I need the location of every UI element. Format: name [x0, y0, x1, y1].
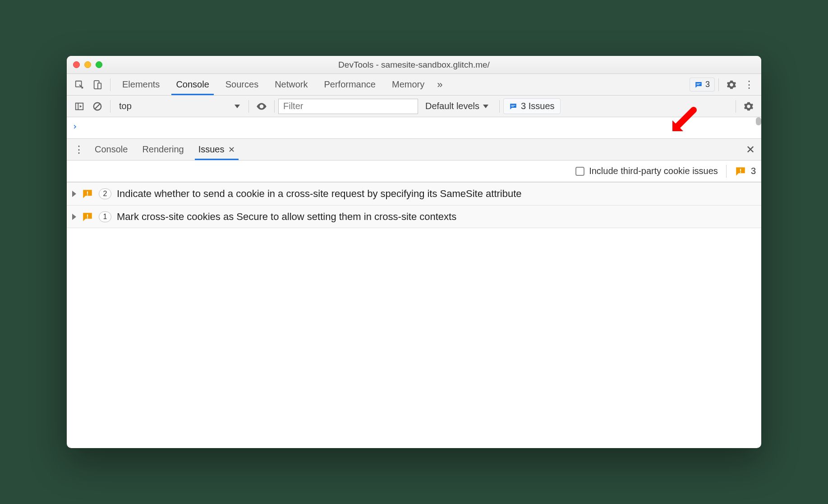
console-prompt-icon: ›: [72, 121, 78, 132]
svg-rect-11: [511, 106, 514, 106]
console-sidebar-toggle-icon[interactable]: [71, 98, 87, 115]
more-tabs-icon[interactable]: »: [432, 74, 447, 95]
svg-rect-10: [511, 105, 515, 105]
tab-network-label: Network: [275, 79, 308, 90]
tab-memory-label: Memory: [392, 79, 424, 90]
tab-memory[interactable]: Memory: [384, 74, 432, 95]
drawer-tab-console[interactable]: Console: [87, 139, 135, 160]
issues-icon: [509, 102, 517, 110]
tab-console[interactable]: Console: [168, 74, 217, 95]
live-expression-icon[interactable]: [253, 98, 270, 115]
issues-chip-label: 3 Issues: [521, 101, 554, 111]
tab-sources[interactable]: Sources: [217, 74, 267, 95]
tab-elements-label: Elements: [122, 79, 160, 90]
svg-rect-2: [98, 83, 101, 89]
svg-rect-12: [740, 169, 741, 171]
svg-rect-3: [696, 83, 700, 84]
warning-icon: [82, 211, 93, 223]
separator: [110, 100, 110, 113]
issue-count-badge: 1: [99, 211, 111, 222]
tab-performance-label: Performance: [324, 79, 376, 90]
issue-badge-count: 3: [705, 80, 710, 89]
level-label: Default levels: [425, 101, 479, 111]
tabbar-right: 3 ⋮: [690, 77, 758, 93]
issue-row[interactable]: 2 Indicate whether to send a cookie in a…: [67, 182, 761, 206]
separator: [110, 78, 110, 91]
inspect-element-icon[interactable]: [71, 77, 87, 93]
svg-marker-7: [80, 105, 82, 108]
issues-icon: [695, 81, 703, 89]
warning-icon: [735, 165, 746, 177]
separator: [499, 100, 500, 113]
issue-title: Mark cross-site cookies as Secure to all…: [117, 210, 756, 224]
close-icon[interactable]: ✕: [228, 145, 235, 155]
svg-rect-4: [696, 84, 699, 85]
main-tabbar: Elements Console Sources Network Perform…: [67, 74, 761, 96]
tab-elements[interactable]: Elements: [114, 74, 168, 95]
svg-line-9: [95, 104, 100, 109]
close-drawer-icon[interactable]: ✕: [743, 143, 758, 156]
device-toolbar-icon[interactable]: [89, 77, 106, 93]
expand-triangle-icon[interactable]: [72, 191, 76, 197]
console-settings-gear-icon[interactable]: [741, 98, 757, 115]
drawer-tab-console-label: Console: [95, 144, 128, 155]
issues-toolbar: Include third-party cookie issues 3: [67, 160, 761, 182]
include-thirdparty-checkbox[interactable]: [575, 167, 584, 176]
drawer-tabbar: ⋮ Console Rendering Issues ✕ ✕: [67, 139, 761, 160]
drawer-tab-issues[interactable]: Issues ✕: [191, 139, 242, 160]
issues-chip[interactable]: 3 Issues: [503, 98, 560, 114]
issue-title: Indicate whether to send a cookie in a c…: [117, 187, 756, 201]
drawer-tab-issues-label: Issues: [198, 144, 225, 155]
kebab-menu-icon[interactable]: ⋮: [741, 79, 758, 91]
tab-performance[interactable]: Performance: [316, 74, 384, 95]
issues-pill-top[interactable]: 3: [690, 78, 715, 92]
separator: [736, 100, 736, 113]
svg-rect-16: [87, 214, 88, 216]
console-body[interactable]: ›: [67, 117, 761, 139]
svg-rect-17: [87, 217, 88, 218]
chevron-down-icon: [235, 105, 240, 108]
main-tabs: Elements Console Sources Network Perform…: [114, 74, 447, 95]
context-label: top: [119, 101, 132, 111]
drawer-right: ✕: [743, 143, 758, 156]
separator: [718, 78, 719, 91]
scrollbar-thumb[interactable]: [756, 117, 761, 125]
svg-rect-5: [76, 103, 83, 110]
svg-rect-15: [87, 194, 88, 195]
tab-sources-label: Sources: [225, 79, 258, 90]
issue-row[interactable]: 1 Mark cross-site cookies as Secure to a…: [67, 206, 761, 229]
separator: [726, 165, 727, 178]
tab-network[interactable]: Network: [267, 74, 316, 95]
clear-console-icon[interactable]: [89, 98, 106, 115]
subbar-right: [732, 98, 758, 115]
issue-count-badge: 2: [99, 188, 111, 199]
tab-console-label: Console: [176, 79, 209, 90]
warning-icon: [82, 188, 93, 200]
settings-gear-icon[interactable]: [723, 77, 740, 93]
log-levels-dropdown[interactable]: Default levels: [418, 101, 496, 111]
drawer-kebab-menu-icon[interactable]: ⋮: [70, 144, 87, 156]
include-thirdparty-label: Include third-party cookie issues: [589, 166, 718, 176]
drawer-tab-rendering[interactable]: Rendering: [135, 139, 191, 160]
filter-input[interactable]: [278, 99, 418, 114]
separator: [274, 100, 275, 113]
svg-rect-14: [87, 191, 88, 193]
issues-total-count: 3: [751, 166, 756, 176]
console-subbar: top Default levels 3 Issues: [67, 96, 761, 117]
titlebar: DevTools - samesite-sandbox.glitch.me/: [67, 56, 761, 74]
context-select[interactable]: top: [114, 101, 245, 112]
drawer-tab-rendering-label: Rendering: [142, 144, 184, 155]
chevron-down-icon: [483, 105, 488, 108]
devtools-window: DevTools - samesite-sandbox.glitch.me/ E…: [67, 56, 761, 448]
window-title: DevTools - samesite-sandbox.glitch.me/: [67, 60, 761, 70]
svg-rect-13: [740, 172, 741, 173]
expand-triangle-icon[interactable]: [72, 214, 76, 220]
separator: [248, 100, 249, 113]
